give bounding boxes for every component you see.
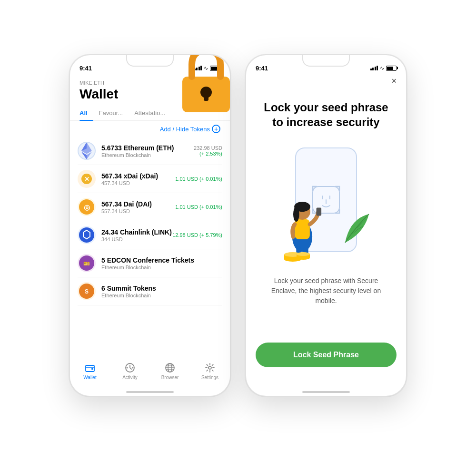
edcon-token-info: 5 EDCON Conference Tickets Ethereum Bloc… xyxy=(101,256,222,270)
token-item-eth[interactable]: 5.6733 Ethereum (ETH) Ethereum Blockchai… xyxy=(78,137,222,165)
close-button[interactable]: × xyxy=(391,76,397,86)
phone-notch xyxy=(126,55,174,67)
coins-decoration xyxy=(283,247,312,262)
wallet-title: Wallet xyxy=(79,87,118,102)
wallet-nav-icon xyxy=(84,362,96,373)
lock-description: Lock your seed phrase with Secure Enclav… xyxy=(258,276,395,306)
svg-rect-47 xyxy=(317,208,322,216)
token-item-xdai[interactable]: ✕ 567.34 xDai (xDai) 457.34 USD 1.01 USD… xyxy=(78,165,222,193)
tab-attestation[interactable]: Attestatio... xyxy=(129,107,171,120)
lock-headline: Lock your seed phraseto increase securit… xyxy=(264,100,388,129)
browser-nav-icon xyxy=(164,362,176,373)
tab-favourites[interactable]: Favour... xyxy=(93,107,129,120)
token-list: 5.6733 Ethereum (ETH) Ethereum Blockchai… xyxy=(70,137,230,305)
token-item-link[interactable]: 24.34 Chainlink (LINK) 344 USD 12.98 USD… xyxy=(78,221,222,249)
link-token-info: 24.34 Chainlink (LINK) 344 USD xyxy=(101,228,172,242)
eth-change: (+ 2.53%) xyxy=(194,151,222,157)
add-tokens-row: Add / Hide Tokens + xyxy=(70,121,230,137)
link-token-icon xyxy=(78,226,96,244)
battery-icon-right xyxy=(386,66,397,71)
wifi-icon: ∿ xyxy=(204,65,208,71)
woman-illustration xyxy=(278,167,326,257)
svg-rect-8 xyxy=(214,97,215,98)
nav-settings-label: Settings xyxy=(201,375,218,380)
dai-sub: 557.34 USD xyxy=(101,208,175,214)
dai-token-info: 567.34 Dai (DAI) 557.34 USD xyxy=(101,200,175,214)
nav-browser-label: Browser xyxy=(161,375,179,380)
xdai-sub: 457.34 USD xyxy=(101,180,175,186)
xdai-values: 1.01 USD (+ 0.01%) xyxy=(175,176,222,182)
eth-usd: 232.98 USD xyxy=(194,145,222,151)
dai-change: 1.01 USD (+ 0.01%) xyxy=(175,204,222,210)
wallet-actions xyxy=(205,87,220,102)
link-values: 12.98 USD (+ 5.79%) xyxy=(172,232,222,238)
svg-rect-6 xyxy=(214,95,215,96)
svg-point-24 xyxy=(132,367,134,369)
lock-seed-phrase-button[interactable]: Lock Seed Phrase xyxy=(256,343,397,367)
status-icons-left: ∿ xyxy=(194,65,221,71)
summit-token-icon: S xyxy=(78,282,96,300)
svg-text:◎: ◎ xyxy=(84,203,90,211)
summit-token-info: 6 Summit Tokens Ethereum Blockchain xyxy=(101,284,222,298)
svg-point-23 xyxy=(127,367,128,369)
leaf-decoration xyxy=(340,209,374,247)
summit-name: 6 Summit Tokens xyxy=(101,284,222,292)
time-right: 9:41 xyxy=(256,65,268,72)
nav-activity-label: Activity xyxy=(122,375,138,380)
svg-rect-4 xyxy=(215,91,216,92)
bottom-nav: Wallet Activity xyxy=(70,358,230,396)
eth-blockchain: Ethereum Blockchain xyxy=(101,152,194,158)
svg-rect-21 xyxy=(91,368,93,370)
wallet-title-row: Wallet xyxy=(79,87,220,102)
left-phone: 9:41 ∿ MIKE.ETH Wallet xyxy=(69,54,231,397)
signal-icon xyxy=(194,66,202,70)
tab-all[interactable]: All xyxy=(79,107,93,120)
right-phone: 9:41 ∿ × Lock your seed phraseto increas… xyxy=(245,54,407,397)
eth-token-info: 5.6733 Ethereum (ETH) Ethereum Blockchai… xyxy=(101,144,194,158)
token-item-edcon[interactable]: 🎫 5 EDCON Conference Tickets Ethereum Bl… xyxy=(78,249,222,277)
svg-rect-9 xyxy=(215,97,216,98)
svg-text:✕: ✕ xyxy=(84,176,89,183)
svg-point-30 xyxy=(208,366,211,369)
security-illustration xyxy=(283,143,369,257)
link-name: 24.34 Chainlink (LINK) xyxy=(101,228,172,236)
dai-token-icon: ◎ xyxy=(78,198,96,216)
qr-icon[interactable] xyxy=(205,87,220,102)
time-left: 9:41 xyxy=(79,65,92,72)
add-tokens-button[interactable]: Add / Hide Tokens + xyxy=(160,125,220,133)
edcon-token-icon: 🎫 xyxy=(78,254,96,272)
nav-wallet-label: Wallet xyxy=(83,375,96,380)
status-icons-right: ∿ xyxy=(370,65,397,71)
token-item-summit[interactable]: S 6 Summit Tokens Ethereum Blockchain xyxy=(78,277,222,305)
settings-nav-icon xyxy=(204,362,216,373)
svg-point-46 xyxy=(293,207,299,222)
phones-container: 9:41 ∿ MIKE.ETH Wallet xyxy=(69,54,407,397)
wifi-icon-right: ∿ xyxy=(380,65,384,71)
token-item-dai[interactable]: ◎ 567.34 Dai (DAI) 557.34 USD 1.01 USD (… xyxy=(78,193,222,221)
dai-name: 567.34 Dai (DAI) xyxy=(101,200,175,208)
home-indicator-right xyxy=(302,391,350,393)
home-indicator xyxy=(126,391,174,393)
svg-rect-7 xyxy=(215,95,216,96)
nav-browser[interactable]: Browser xyxy=(150,362,190,380)
link-sub: 344 USD xyxy=(101,236,172,242)
xdai-token-icon: ✕ xyxy=(78,170,96,188)
svg-point-53 xyxy=(297,252,310,256)
nav-settings[interactable]: Settings xyxy=(190,362,230,380)
wallet-tabs: All Favour... Attestatio... xyxy=(70,107,230,121)
dai-values: 1.01 USD (+ 0.01%) xyxy=(175,204,222,210)
wallet-header: MIKE.ETH Wallet xyxy=(70,76,230,102)
svg-rect-43 xyxy=(295,219,310,239)
svg-text:S: S xyxy=(85,288,89,295)
add-tokens-label: Add / Hide Tokens xyxy=(160,126,210,133)
nav-activity[interactable]: Activity xyxy=(110,362,150,380)
svg-rect-5 xyxy=(210,96,211,97)
nav-wallet[interactable]: Wallet xyxy=(70,362,110,380)
link-change: 12.98 USD (+ 5.79%) xyxy=(172,232,222,238)
xdai-change: 1.01 USD (+ 0.01%) xyxy=(175,176,222,182)
eth-token-icon xyxy=(78,142,96,160)
edcon-name: 5 EDCON Conference Tickets xyxy=(101,256,222,264)
eth-name: 5.6733 Ethereum (ETH) xyxy=(101,144,194,152)
edcon-blockchain: Ethereum Blockchain xyxy=(101,265,222,270)
user-label: MIKE.ETH xyxy=(79,80,220,86)
